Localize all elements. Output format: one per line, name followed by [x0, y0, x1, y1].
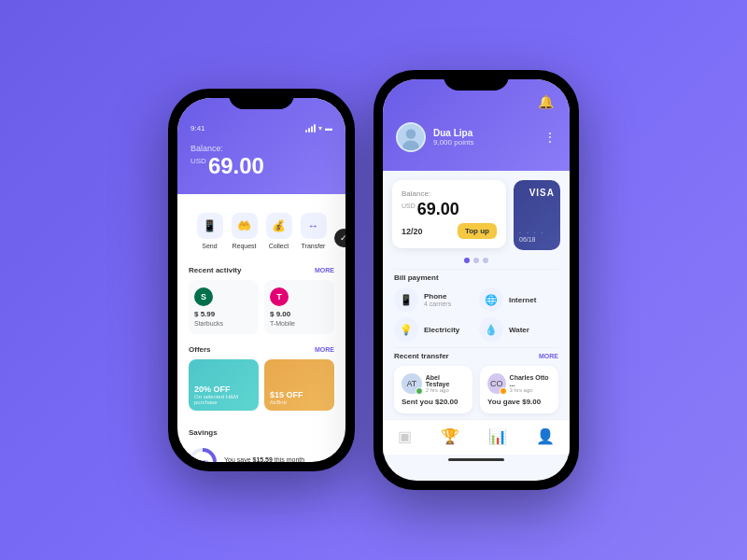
avatar [396, 122, 426, 152]
bill-payment-title: Bill payment [394, 273, 439, 282]
action-collect[interactable]: 💰 Collect [266, 213, 292, 249]
action-transfer[interactable]: ↔️ Transfer [301, 213, 327, 249]
water-bill-name: Water [509, 326, 529, 334]
savings-percent: 60% [197, 459, 208, 462]
signal-bars [305, 124, 316, 133]
balance-card: Balance: USD 69.00 12/20 Top up [392, 180, 506, 248]
hm-offer-card[interactable]: 20% OFF On selected H&M purchase [189, 359, 259, 411]
airbnb-offer-sub: AirBnb [270, 399, 329, 405]
collect-icon: 💰 [266, 213, 292, 239]
dot-3 [483, 258, 488, 263]
water-bill-info: Water [509, 326, 529, 334]
cards-area: Balance: USD 69.00 12/20 Top up VISA · ·… [383, 171, 570, 256]
signal-bar-1 [305, 130, 307, 133]
bill-payment-section: Bill payment 📱 Phone 4 carriers 🌐 Intern… [383, 270, 570, 347]
card-currency: USD [402, 203, 416, 209]
offers-title: Offers [189, 345, 211, 354]
visa-label: VISA [529, 188, 555, 198]
savings-title: Savings [189, 428, 218, 437]
transfer-cards: AT Abel Tesfaye 2 hrs ago Sent you $20.0… [394, 366, 558, 413]
savings-section: Savings [177, 414, 345, 442]
chart-icon: 📊 [488, 427, 507, 445]
nav-home[interactable]: ▣ [398, 427, 412, 445]
electricity-bill-name: Electricity [424, 326, 459, 334]
bill-phone[interactable]: 📱 Phone 4 carriers [394, 287, 473, 312]
home-icon: ▣ [398, 427, 412, 445]
hm-offer-badge: 20% OFF [194, 385, 253, 394]
abel-time: 2 hrs ago [426, 387, 465, 393]
topup-button[interactable]: Top up [458, 223, 497, 239]
card-amount: 69.00 [417, 200, 459, 219]
bill-internet[interactable]: 🌐 Internet [479, 287, 558, 312]
recent-activity-more[interactable]: MORE [315, 267, 334, 273]
currency-label: USD [190, 157, 206, 165]
battery-icon: ▬ [325, 124, 332, 133]
transfer-label: Transfer [302, 243, 326, 249]
action-request[interactable]: 🤲 Request [232, 213, 258, 249]
savings-row: 60% You save $15.59 this month See detai… [177, 442, 345, 462]
charles-desc: You gave $9.00 [487, 398, 551, 406]
abel-desc: Sent you $20.00 [402, 398, 465, 406]
visa-card-dots: · · · · [519, 230, 555, 236]
transfer-charles[interactable]: CO Charles Otto ... 3 hrs ago You gave $… [480, 366, 558, 413]
offers-cards: 20% OFF On selected H&M purchase $15 OFF… [189, 359, 334, 411]
starbucks-logo: S [194, 287, 213, 306]
send-icon: 📱 [197, 213, 223, 239]
status-icons: ▾ ▬ [305, 124, 332, 133]
abel-status-badge [416, 387, 423, 395]
user-name: Dua Lipa [433, 128, 474, 138]
electricity-bill-info: Electricity [424, 326, 459, 334]
right-phone: 🔔 Dua Lipa 9,000 point [374, 70, 579, 490]
dot-2 [473, 258, 479, 263]
abel-info: Abel Tesfaye 2 hrs ago [426, 374, 465, 393]
transfer-abel[interactable]: AT Abel Tesfaye 2 hrs ago Sent you $20.0… [394, 366, 472, 413]
bill-electricity[interactable]: 💡 Electricity [394, 317, 473, 342]
savings-amount: $15.59 [253, 456, 273, 463]
water-bill-icon: 💧 [479, 317, 503, 342]
balance-value: 69.00 [208, 153, 264, 179]
hm-offer-sub: On selected H&M purchase [194, 394, 253, 405]
charles-name: Charles Otto ... [510, 374, 551, 387]
balance-amount-row: USD 69.00 [190, 153, 332, 179]
starbucks-name: Starbucks [194, 320, 223, 327]
nav-stats[interactable]: 📊 [488, 427, 507, 445]
status-bar-left: 9:41 ▾ ▬ [190, 124, 332, 133]
nav-profile[interactable]: 👤 [536, 427, 555, 445]
offers-more[interactable]: MORE [315, 346, 334, 353]
menu-dots-icon[interactable]: ⋮ [543, 130, 557, 145]
svg-point-1 [406, 129, 416, 139]
request-label: Request [232, 243, 256, 249]
transfer-charles-avatar: CO [487, 373, 506, 394]
action-send[interactable]: 📱 Send [197, 213, 223, 249]
left-phone-header: 9:41 ▾ ▬ Balance: USD [177, 98, 345, 194]
phone-bill-name: Phone [424, 292, 451, 301]
savings-progress-circle: 60% [189, 448, 217, 462]
starbucks-amount: $ 5.99 [194, 310, 215, 318]
nav-rewards[interactable]: 🏆 [441, 427, 459, 445]
bill-water[interactable]: 💧 Water [479, 317, 558, 342]
tmobile-name: T-Mobile [270, 320, 295, 327]
recent-activity-title: Recent activity [189, 266, 241, 274]
phones-container: 9:41 ▾ ▬ Balance: USD [168, 70, 579, 490]
tmobile-card[interactable]: T $ 9.00 T-Mobile [264, 280, 334, 334]
internet-bill-name: Internet [509, 296, 536, 304]
notch-right [444, 70, 509, 91]
visa-card: VISA · · · · 06/18 [514, 180, 560, 250]
phone-bill-sub: 4 carriers [424, 301, 451, 307]
dot-1 [464, 258, 470, 263]
card-amount-row: USD 69.00 [402, 200, 497, 219]
left-phone: 9:41 ▾ ▬ Balance: USD [168, 89, 355, 471]
recent-transfer-more[interactable]: MORE [539, 353, 558, 359]
savings-text: You save $15.59 this month [224, 456, 304, 463]
trophy-icon: 🏆 [441, 427, 459, 445]
notification-icon[interactable]: 🔔 [538, 94, 557, 113]
starbucks-card[interactable]: S $ 5.99 Starbucks [189, 280, 259, 334]
card-date: 12/20 [402, 227, 423, 236]
airbnb-offer-card[interactable]: $15 OFF AirBnb [264, 359, 334, 411]
bill-grid: 📱 Phone 4 carriers 🌐 Internet 💡 [394, 287, 558, 342]
collect-label: Collect [269, 243, 289, 249]
left-phone-screen: 9:41 ▾ ▬ Balance: USD [177, 98, 345, 462]
transfer-icon: ↔️ [301, 213, 327, 239]
right-phone-header: 🔔 Dua Lipa 9,000 point [383, 79, 570, 171]
transfer-abel-avatar: AT [402, 373, 422, 394]
